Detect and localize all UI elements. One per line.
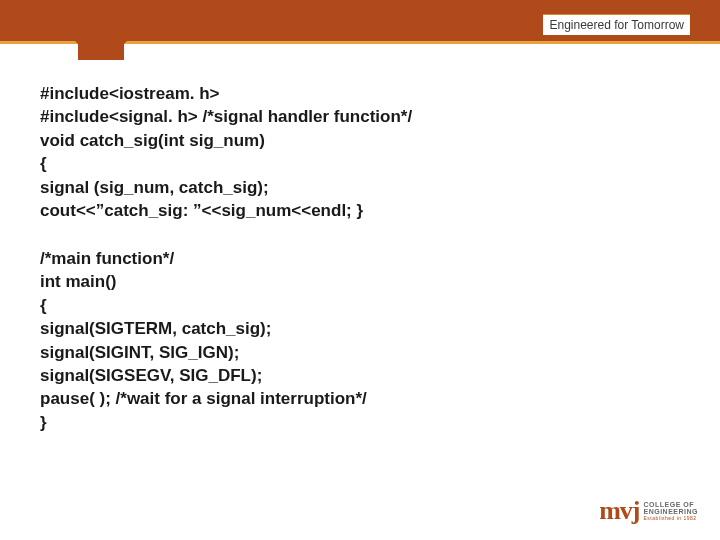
logo-line1: COLLEGE OF xyxy=(643,501,698,508)
code-line: cout<<”catch_sig: ”<<sig_num<<endl; } xyxy=(40,199,680,222)
tagline-text: Engineered for Tomorrow xyxy=(543,14,690,35)
code-line: signal(SIGSEGV, SIG_DFL); xyxy=(40,364,680,387)
code-line: void catch_sig(int sig_num) xyxy=(40,129,680,152)
code-line: pause( ); /*wait for a signal interrupti… xyxy=(40,387,680,410)
code-line: signal(SIGINT, SIG_IGN); xyxy=(40,341,680,364)
code-block-2: /*main function*/ int main() { signal(SI… xyxy=(40,247,680,435)
college-logo: mvj COLLEGE OF ENGINEERING Established i… xyxy=(599,496,698,526)
code-block-1: #include<iostream. h> #include<signal. h… xyxy=(40,82,680,223)
logo-line2: ENGINEERING xyxy=(643,508,698,515)
code-line: { xyxy=(40,294,680,317)
code-line: signal (sig_num, catch_sig); xyxy=(40,176,680,199)
code-line: { xyxy=(40,152,680,175)
code-line: #include<signal. h> /*signal handler fun… xyxy=(40,105,680,128)
logo-subtext: Established in 1982 xyxy=(643,516,698,521)
code-line: int main() xyxy=(40,270,680,293)
header-notch-decoration xyxy=(78,32,124,60)
code-line: #include<iostream. h> xyxy=(40,82,680,105)
logo-mark: mvj xyxy=(599,496,639,526)
code-line: /*main function*/ xyxy=(40,247,680,270)
code-content: #include<iostream. h> #include<signal. h… xyxy=(40,82,680,434)
code-line: signal(SIGTERM, catch_sig); xyxy=(40,317,680,340)
logo-text-block: COLLEGE OF ENGINEERING Established in 19… xyxy=(643,501,698,521)
code-line: } xyxy=(40,411,680,434)
